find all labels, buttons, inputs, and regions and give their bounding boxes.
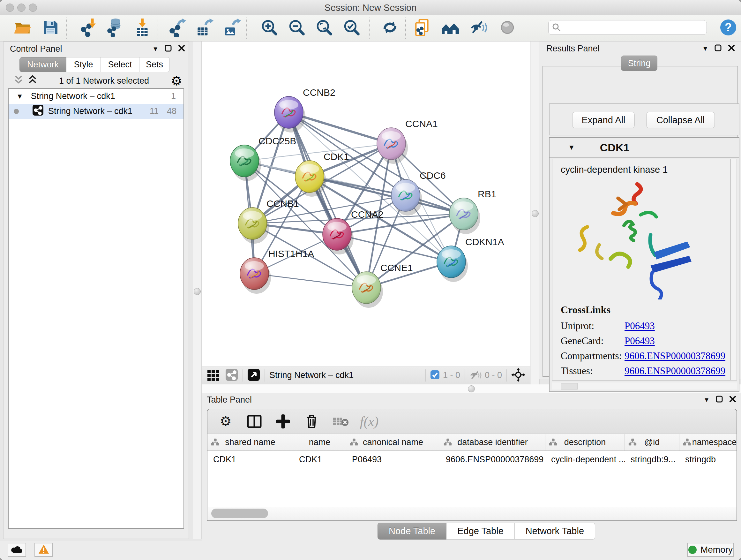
column-header-namespace[interactable]: namespace [679, 434, 737, 450]
network-row[interactable]: String Network – cdk1 11 48 [9, 104, 184, 119]
table-cell[interactable]: 9606.ENSP00000378699 [440, 451, 545, 468]
network-node-CDC25B[interactable] [230, 145, 261, 181]
column-header-canonical-name[interactable]: canonical name [346, 434, 440, 450]
column-header--id[interactable]: @id [625, 434, 679, 450]
close-panel-icon[interactable] [178, 44, 185, 53]
search-input[interactable] [548, 20, 707, 35]
entry-expander-icon[interactable]: ▼ [568, 144, 575, 151]
results-horizontal-scrollbar[interactable] [552, 382, 737, 389]
open-session-button[interactable] [11, 17, 33, 39]
delete-table-icon[interactable] [331, 416, 350, 427]
save-session-button[interactable] [40, 17, 61, 39]
gene-entry-header[interactable]: ▼ CDK1 [549, 138, 739, 158]
panel-menu-icon[interactable]: ▼ [152, 46, 158, 52]
tab-string[interactable]: String [621, 56, 657, 71]
tab-network-table[interactable]: Network Table [515, 523, 595, 540]
table-cell[interactable]: stringdb [679, 451, 737, 468]
tab-select[interactable]: Select [101, 57, 139, 72]
show-columns-icon[interactable] [245, 415, 264, 428]
help-button[interactable]: ? [718, 17, 739, 39]
network-edge-CCNA2-CDKN1A[interactable] [337, 234, 451, 262]
import-table-file-button[interactable] [131, 17, 153, 39]
horizontal-splitter-handle[interactable] [468, 385, 475, 392]
table-cell[interactable]: cyclin-dependent ... [545, 451, 625, 468]
table-row[interactable]: CDK1CDK1P064939606.ENSP00000378699cyclin… [207, 451, 737, 468]
results-hscroll-thumb[interactable] [561, 383, 578, 389]
zoom-selected-button[interactable] [341, 17, 362, 39]
collapse-all-chevrons-icon[interactable] [14, 75, 23, 87]
network-collection-row[interactable]: ▼ String Network – cdk1 1 [9, 89, 184, 104]
hide-panel-glasses-button[interactable] [468, 17, 489, 39]
crosslink-link[interactable]: P06493 [624, 320, 655, 332]
export-table-button[interactable] [193, 17, 215, 39]
selected-checkbox-icon[interactable] [430, 370, 440, 381]
import-network-file-button[interactable] [77, 17, 99, 39]
tab-sets[interactable]: Sets [139, 57, 170, 72]
zoom-out-button[interactable] [286, 17, 308, 39]
table-cell[interactable]: P06493 [346, 451, 440, 468]
tab-network[interactable]: Network [19, 57, 66, 72]
left-splitter-handle[interactable] [194, 288, 201, 295]
import-network-database-button[interactable] [104, 17, 126, 39]
crosslink-link[interactable]: P06493 [624, 335, 655, 347]
delete-column-trash-icon[interactable] [302, 414, 321, 429]
network-node-CDC6[interactable] [391, 179, 422, 215]
column-header-shared-name[interactable]: shared name [207, 434, 293, 450]
table-horizontal-scrollbar[interactable] [208, 507, 737, 520]
float-panel-icon[interactable] [716, 395, 723, 404]
table-cell[interactable]: CDK1 [293, 451, 346, 468]
crosshair-move-icon[interactable] [511, 368, 525, 383]
tab-edge-table[interactable]: Edge Table [447, 523, 515, 540]
open-in-new-window-icon[interactable] [247, 368, 260, 382]
network-edge-CCNB2-CCNE1[interactable] [289, 112, 366, 288]
network-node-CDKN1A[interactable] [437, 246, 468, 282]
close-panel-icon[interactable] [728, 44, 735, 53]
cloud-status-button[interactable] [8, 543, 26, 557]
float-panel-icon[interactable] [164, 44, 172, 53]
warning-status-button[interactable] [35, 543, 53, 557]
table-hscroll-thumb[interactable] [211, 509, 268, 518]
string-home-button[interactable] [439, 17, 461, 39]
network-node-CCNB2[interactable] [274, 97, 306, 132]
network-node-CCNA2[interactable] [323, 219, 354, 254]
apply-layout-button[interactable] [379, 17, 401, 39]
zoom-in-button[interactable] [259, 17, 280, 39]
collapse-all-button[interactable]: Collapse All [646, 112, 715, 128]
network-edge-HIST1H1A-CCNE1[interactable] [254, 273, 366, 288]
show-eye-button[interactable] [496, 17, 518, 39]
table-cell[interactable]: CDK1 [207, 451, 293, 468]
network-node-CCNE1[interactable] [352, 272, 383, 308]
function-builder-icon[interactable]: f(x) [360, 414, 379, 429]
table-cell[interactable]: stringdb:9... [625, 451, 679, 468]
export-network-button[interactable] [166, 17, 188, 39]
right-splitter[interactable] [531, 42, 540, 384]
add-column-plus-icon[interactable] [274, 415, 292, 428]
panel-menu-icon[interactable]: ▼ [702, 45, 709, 52]
crosslink-link[interactable]: 9606.ENSP00000378699 [624, 350, 725, 362]
network-node-HIST1H1A[interactable] [240, 258, 271, 294]
expand-all-button[interactable]: Expand All [572, 112, 635, 128]
export-image-button[interactable] [221, 17, 243, 39]
results-vertical-scrollbar[interactable] [731, 159, 737, 381]
left-splitter[interactable] [193, 42, 202, 539]
float-panel-icon[interactable] [714, 44, 722, 53]
network-node-CDK1[interactable] [295, 161, 326, 197]
right-splitter-handle[interactable] [532, 210, 539, 217]
tab-node-table[interactable]: Node Table [378, 523, 447, 540]
collection-expander-icon[interactable]: ▼ [16, 93, 23, 100]
network-share-toggle-icon[interactable] [225, 368, 238, 382]
network-options-gear-icon[interactable]: ⚙ [171, 74, 182, 87]
network-node-RB1[interactable] [449, 198, 480, 234]
column-header-description[interactable]: description [545, 434, 625, 450]
close-panel-icon[interactable] [729, 395, 737, 404]
column-header-database-identifier[interactable]: database identifier [440, 434, 545, 450]
panel-menu-icon[interactable]: ▼ [703, 396, 710, 403]
table-settings-gear-icon[interactable]: ⚙ [216, 415, 235, 428]
expand-all-chevrons-icon[interactable] [28, 75, 37, 87]
network-canvas[interactable]: CCNB2CCNA1CDC25BCDK1CDC6RB1CCNB1CCNA2CDK… [202, 42, 530, 367]
column-header-name[interactable]: name [293, 434, 346, 450]
zoom-fit-button[interactable] [313, 17, 335, 39]
birdseye-grid-icon[interactable] [207, 369, 219, 382]
tab-style[interactable]: Style [66, 57, 101, 72]
crosslink-link[interactable]: 9606.ENSP00000378699 [624, 365, 725, 377]
